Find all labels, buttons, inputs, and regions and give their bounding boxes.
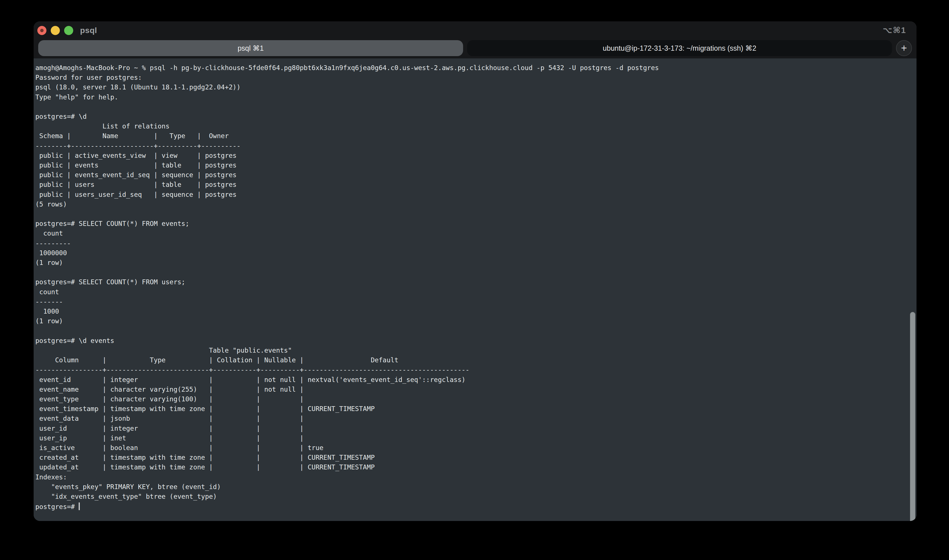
tab-ssh-migrations[interactable]: ubuntu@ip-172-31-3-173: ~/migrations (ss… xyxy=(467,40,892,56)
window-chrome: psql ⌥⌘1 psql ⌘1 ubuntu@ip-172-31-3-173:… xyxy=(34,22,917,58)
terminal-window: psql ⌥⌘1 psql ⌘1 ubuntu@ip-172-31-3-173:… xyxy=(34,22,917,521)
text-cursor xyxy=(79,503,80,510)
window-close-button[interactable] xyxy=(37,26,46,35)
window-zoom-button[interactable] xyxy=(64,26,73,35)
new-tab-button[interactable]: + xyxy=(896,40,912,56)
terminal-output: amogh@Amoghs-MacBook-Pro ~ % psql -h pg-… xyxy=(35,63,917,502)
tab-psql[interactable]: psql ⌘1 xyxy=(38,40,463,56)
prompt-line: postgres=# xyxy=(35,502,917,512)
window-title: psql xyxy=(80,26,97,35)
window-shortcut-hint: ⌥⌘1 xyxy=(883,25,906,35)
prompt-text: postgres=# xyxy=(35,503,75,511)
window-minimize-button[interactable] xyxy=(51,26,60,35)
tab-psql-label: psql ⌘1 xyxy=(238,44,264,52)
terminal-content[interactable]: amogh@Amoghs-MacBook-Pro ~ % psql -h pg-… xyxy=(34,58,917,521)
tab-ssh-migrations-label: ubuntu@ip-172-31-3-173: ~/migrations (ss… xyxy=(603,44,756,52)
scrollbar-thumb[interactable] xyxy=(910,312,915,521)
tab-bar: psql ⌘1 ubuntu@ip-172-31-3-173: ~/migrat… xyxy=(34,38,917,58)
plus-icon: + xyxy=(901,43,907,53)
title-bar: psql ⌥⌘1 xyxy=(34,22,917,38)
